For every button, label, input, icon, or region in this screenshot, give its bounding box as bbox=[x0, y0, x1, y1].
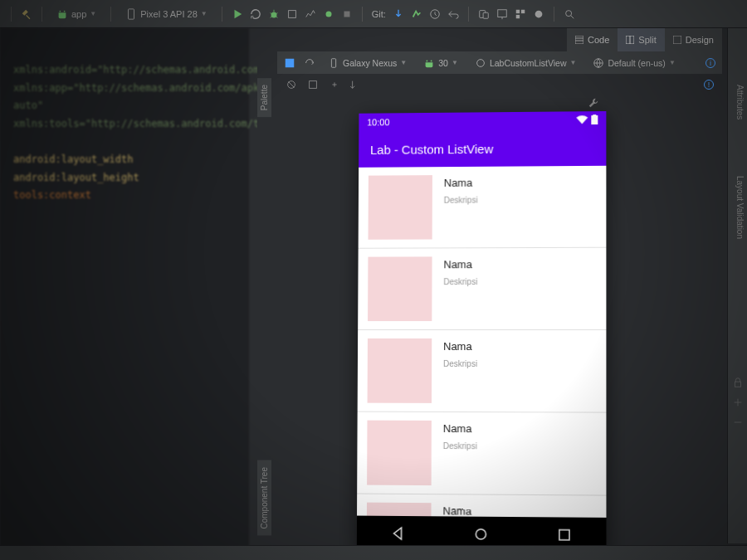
vcs-commit-icon[interactable] bbox=[411, 8, 422, 20]
default-margins-icon[interactable] bbox=[307, 79, 319, 90]
nav-home-icon[interactable] bbox=[472, 526, 489, 543]
list-item-description: Deskripsi bbox=[444, 196, 478, 205]
theme-icon bbox=[475, 57, 486, 69]
svg-rect-31 bbox=[735, 382, 740, 387]
list-item[interactable]: NamaDeskripsi bbox=[359, 166, 607, 249]
code-line: tools:context bbox=[13, 187, 236, 205]
wifi-icon bbox=[576, 114, 588, 126]
device-selector[interactable]: Galaxy Nexus▼ bbox=[324, 56, 411, 71]
list-item-name: Nama bbox=[443, 258, 477, 270]
svg-point-22 bbox=[431, 60, 432, 61]
code-line: android:layout_height bbox=[13, 169, 236, 187]
view-tab-split[interactable]: Split bbox=[618, 28, 664, 51]
svg-rect-16 bbox=[575, 36, 583, 44]
ide-right-toolstrip: Attributes Layout Validation bbox=[727, 28, 747, 543]
orientation-icon[interactable] bbox=[304, 57, 315, 69]
attributes-tab[interactable]: Attributes bbox=[733, 78, 747, 126]
svg-rect-4 bbox=[288, 10, 295, 17]
svg-rect-10 bbox=[498, 9, 507, 17]
theme-activity-selector[interactable]: LabCustomListView▼ bbox=[471, 56, 581, 71]
code-line: xmlns:android="http://schemas.android.co… bbox=[13, 61, 236, 80]
list-item[interactable]: NamaDeskripsi bbox=[357, 412, 606, 496]
api-selector[interactable]: 30▼ bbox=[419, 56, 462, 71]
resource-manager-icon[interactable] bbox=[515, 8, 526, 20]
svg-point-21 bbox=[427, 60, 428, 61]
svg-rect-27 bbox=[591, 115, 598, 124]
phone-icon bbox=[125, 8, 137, 20]
device-preview-frame: 10:00 Lab - Custom ListView NamaDeskrips… bbox=[357, 111, 607, 553]
svg-point-29 bbox=[476, 529, 486, 539]
svg-point-14 bbox=[535, 10, 542, 17]
view-tab-design[interactable]: Design bbox=[665, 28, 722, 51]
apply-changes-icon[interactable] bbox=[250, 8, 261, 20]
search-icon[interactable] bbox=[564, 8, 575, 20]
run-icon[interactable] bbox=[232, 8, 243, 20]
avd-manager-icon[interactable] bbox=[478, 8, 490, 20]
list-item[interactable]: NamaDeskripsi bbox=[358, 248, 606, 330]
svg-point-0 bbox=[60, 10, 61, 12]
design-surface-icon[interactable] bbox=[284, 57, 295, 69]
list-item-thumbnail bbox=[368, 256, 432, 321]
app-title: Lab - Custom ListView bbox=[370, 141, 493, 156]
listview[interactable]: NamaDeskripsiNamaDeskripsiNamaDeskripsiN… bbox=[357, 166, 606, 518]
view-tab-code[interactable]: Code bbox=[567, 28, 618, 51]
svg-rect-2 bbox=[129, 8, 134, 18]
svg-rect-11 bbox=[516, 9, 520, 12]
svg-point-15 bbox=[565, 10, 571, 16]
list-item[interactable]: NamaDeskripsi bbox=[358, 330, 607, 413]
design-mini-toolbar: ! bbox=[277, 75, 722, 95]
svg-rect-30 bbox=[559, 530, 569, 540]
locale-selector[interactable]: Default (en-us)▼ bbox=[588, 56, 679, 71]
code-editor[interactable]: xmlns:android="http://schemas.android.co… bbox=[0, 28, 249, 560]
zoom-minus-icon[interactable] bbox=[732, 416, 744, 428]
ide-top-toolbar: app ▼ Pixel 3 API 28 ▼ Git: bbox=[0, 0, 747, 28]
warnings-icon[interactable]: i bbox=[706, 58, 715, 68]
code-line: xmlns:tools="http://schemas.android.com/… bbox=[13, 115, 236, 134]
zoom-plus-icon[interactable] bbox=[732, 397, 744, 408]
disable-autoconnect-icon[interactable] bbox=[286, 79, 297, 90]
avd-name: Pixel 3 API 28 bbox=[140, 9, 198, 19]
stop-icon[interactable] bbox=[341, 8, 353, 20]
android-icon bbox=[423, 57, 435, 69]
list-item-name: Nama bbox=[443, 340, 477, 353]
component-tree-tab[interactable]: Component Tree bbox=[257, 460, 271, 536]
build-hammer-icon[interactable] bbox=[21, 8, 32, 20]
svg-rect-9 bbox=[483, 12, 488, 18]
module-selector[interactable]: app ▼ bbox=[51, 7, 101, 22]
vcs-update-icon[interactable] bbox=[393, 8, 404, 20]
profiler-icon[interactable] bbox=[305, 8, 316, 20]
ide-bottom-bar bbox=[0, 545, 747, 560]
nav-back-icon[interactable] bbox=[390, 525, 407, 542]
status-time: 10:00 bbox=[367, 117, 389, 127]
list-item-name: Nama bbox=[442, 504, 476, 517]
coverage-icon[interactable] bbox=[286, 8, 298, 20]
layout-validation-tab[interactable]: Layout Validation bbox=[733, 169, 747, 246]
wrench-icon[interactable] bbox=[588, 97, 599, 109]
sdk-manager-icon[interactable] bbox=[496, 8, 508, 20]
issues-icon[interactable]: ! bbox=[704, 80, 714, 90]
svg-rect-13 bbox=[516, 14, 520, 17]
git-label: Git: bbox=[372, 9, 386, 19]
code-line: xmlns:app="http://schemas.android.com/ap… bbox=[13, 80, 236, 115]
debug-icon[interactable] bbox=[268, 8, 280, 20]
module-name: app bbox=[71, 9, 86, 19]
list-item[interactable]: NamaDeskripsi bbox=[357, 494, 606, 518]
elephant-icon[interactable] bbox=[533, 8, 544, 20]
svg-point-5 bbox=[325, 11, 331, 17]
list-item-description: Deskripsi bbox=[443, 277, 477, 286]
svg-point-3 bbox=[271, 12, 276, 17]
palette-tab[interactable]: Palette bbox=[257, 78, 271, 117]
lock-icon[interactable] bbox=[732, 377, 744, 388]
android-icon bbox=[56, 8, 68, 20]
clear-constraints-icon[interactable] bbox=[329, 79, 340, 90]
attach-debugger-icon[interactable] bbox=[323, 8, 334, 20]
vcs-rollback-icon[interactable] bbox=[447, 8, 459, 20]
guideline-icon[interactable] bbox=[350, 79, 362, 90]
avd-selector[interactable]: Pixel 3 API 28 ▼ bbox=[120, 7, 212, 22]
nav-recents-icon[interactable] bbox=[556, 527, 573, 543]
list-item-description: Deskripsi bbox=[443, 441, 477, 450]
globe-icon bbox=[593, 57, 604, 69]
vcs-history-icon[interactable] bbox=[429, 8, 441, 20]
view-mode-tab-group: Code Split Design bbox=[567, 28, 722, 51]
code-line: android:layout_width bbox=[13, 151, 236, 169]
